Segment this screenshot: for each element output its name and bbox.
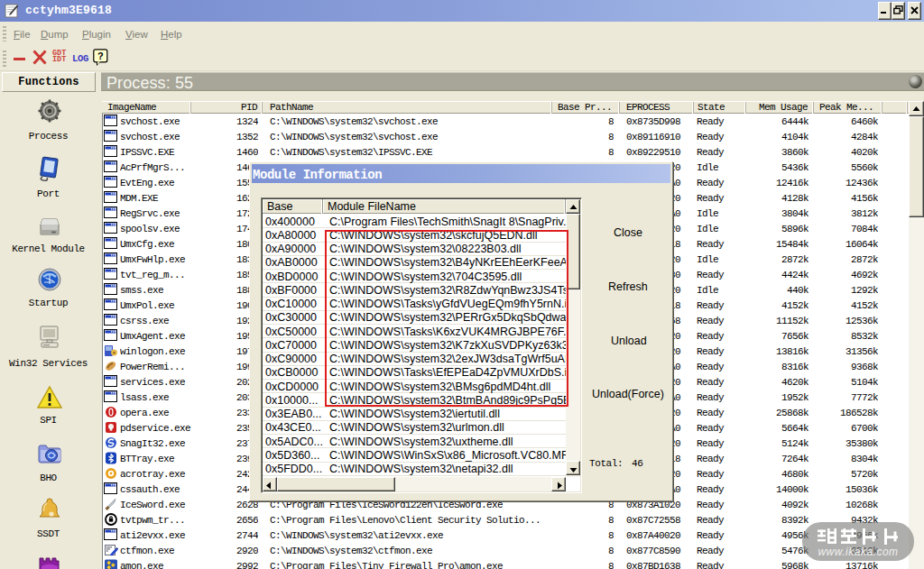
svg-text:?: ? [97, 50, 104, 61]
